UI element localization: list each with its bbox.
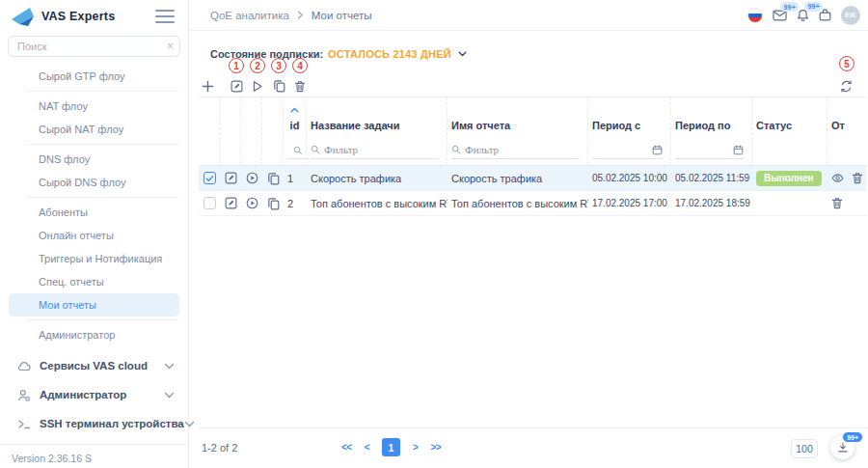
annotation-circle-2: 2 [250,58,265,73]
edit-button[interactable] [229,78,244,94]
row-checkbox[interactable] [203,197,216,209]
column-header[interactable]: id [284,113,306,138]
col-copy [262,97,284,165]
main-area: QoE аналитика Мои отчеты 99+ 99+ EK Сост… [189,0,868,468]
view-report-icon[interactable] [831,173,844,183]
report-name-cell: Скорость трафика [448,173,588,184]
column-header[interactable]: От [827,113,866,138]
current-page-button[interactable]: 1 [382,438,400,456]
page-size-select[interactable]: 100 [791,439,818,458]
column-header[interactable]: Период с [588,113,670,138]
delete-row-icon[interactable] [831,197,843,209]
task-name-cell: Топ абонентов с высоким RTT [307,198,448,209]
sort-asc-icon[interactable] [284,97,306,113]
edit-row-icon[interactable] [225,197,237,209]
app-version: Version 2.36.16 S [12,453,176,464]
divider [27,144,178,145]
sidebar-section-administrator[interactable]: Администратор [0,380,188,409]
table-footer: 1-2 of 2 << < 1 > >> 100 99+ [199,427,868,468]
report-filter-input[interactable]: Фильтр [451,144,580,159]
row-checkbox[interactable] [203,172,216,184]
copy-row-icon[interactable] [267,197,280,210]
period-from-cell: 17.02.2025 17:00 [588,198,671,208]
first-page-button[interactable]: << [341,442,352,453]
table-header: id Название задачи Фильтр [199,96,866,166]
col-run [241,97,262,165]
copy-row-icon[interactable] [267,172,280,185]
icon-cell [220,197,241,209]
breadcrumb-current: Мои отчеты [312,10,372,21]
period-to-cell: 17.02.2025 18:59 [671,198,752,208]
downloads-badge: 99+ [842,431,863,443]
sidebar-item[interactable]: Абоненты [9,201,179,224]
sidebar-item[interactable]: NAT флоу [9,95,179,118]
checkbox-cell [199,197,220,209]
next-page-button[interactable]: > [413,442,418,453]
period-from-cell: 05.02.2025 10:00 [588,173,671,183]
terminal-icon [17,418,31,430]
topbar: QoE аналитика Мои отчеты 99+ 99+ EK [189,0,868,31]
delete-row-icon[interactable] [852,172,863,184]
col-period-to: Период по [671,97,752,165]
cloud-icon [17,360,31,372]
divider [27,197,178,198]
column-header[interactable]: Период по [671,113,751,138]
mail-icon[interactable]: 99+ [773,9,787,21]
sidebar-item[interactable]: DNS флоу [9,148,179,171]
task-filter-input[interactable]: Фильтр [311,144,439,159]
id-filter[interactable] [287,146,309,159]
downloads-fab-button[interactable]: 99+ [830,435,854,459]
reports-table: id Название задачи Фильтр [199,96,866,216]
column-header[interactable]: Имя отчета [448,113,587,138]
run-row-icon[interactable] [246,197,258,209]
sidebar-item[interactable]: Онлайн отчеты [9,224,179,247]
run-button[interactable] [250,78,265,94]
sidebar-item[interactable]: Спец. отчеты [9,270,179,293]
sidebar-section-ssh-terminal[interactable]: SSH терминал устройства [0,409,188,438]
admin-user-icon [17,389,31,401]
col-report-name: Имя отчета Фильтр [448,97,588,165]
delete-button[interactable] [292,78,308,94]
prev-page-button[interactable]: < [365,442,369,453]
add-report-button[interactable] [200,78,215,94]
column-header[interactable]: Название задачи [307,113,447,138]
sidebar-item[interactable]: Мои отчеты [9,293,179,317]
sidebar-section-vas-cloud[interactable]: Сервисы VAS cloud [0,351,188,380]
id-cell: 1 [284,173,307,184]
sidebar-section-label: SSH терминал устройства [40,418,184,429]
sidebar-sections: Сервисы VAS cloud Администратор SSH терм… [0,351,188,438]
sidebar: VAS Experts × Сырой GTP флоуNAT флоуСыро… [0,0,189,468]
last-page-button[interactable]: >> [430,442,441,453]
actions-cell [827,172,866,184]
logo-row: VAS Experts [0,0,188,33]
search-input[interactable] [8,36,180,57]
hamburger-menu-icon[interactable] [155,6,175,27]
col-id: id [284,97,307,165]
briefcase-icon[interactable] [819,9,831,21]
report-name-cell: Топ абонентов с высоким RTT [448,198,588,209]
bell-icon[interactable]: 99+ [797,9,809,22]
annotation-circle-1: 1 [229,58,244,73]
sidebar-section-label: Сервисы VAS cloud [40,360,148,372]
sidebar-item[interactable]: Сырой DNS флоу [9,171,179,194]
sidebar-item[interactable]: Администратор [9,323,179,346]
edit-row-icon[interactable] [225,172,237,184]
sidebar-item[interactable]: Сырой NAT флоу [9,118,179,141]
sidebar-item[interactable]: Сырой GTP флоу [9,65,179,88]
refresh-icon[interactable] [838,78,854,94]
sidebar-item[interactable]: Триггеры и Нотификация [9,247,179,270]
breadcrumb-parent[interactable]: QoE аналитика [210,10,289,21]
status-badge: Выполнен [756,171,822,186]
column-header[interactable]: Статус [752,113,827,138]
chevron-down-icon[interactable] [458,51,467,57]
filter-placeholder: Фильтр [324,144,358,155]
run-row-icon[interactable] [246,172,258,184]
period-to-filter[interactable] [675,145,744,159]
clear-search-icon[interactable]: × [167,40,174,53]
language-flag-icon[interactable] [747,8,763,23]
chevron-down-icon [164,363,175,370]
copy-button[interactable] [271,78,286,94]
period-from-filter[interactable] [592,145,663,159]
avatar[interactable]: EK [841,6,860,25]
icon-cell [241,172,262,184]
